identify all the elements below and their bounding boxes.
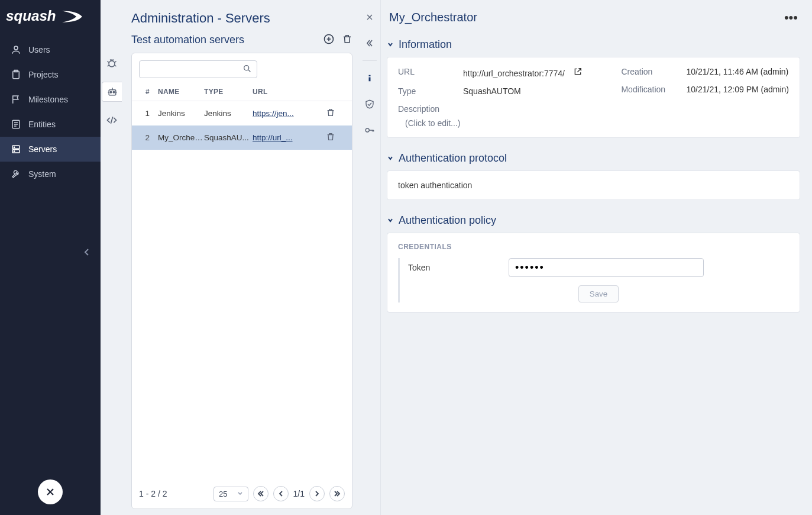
- col-header-name[interactable]: NAME: [158, 88, 204, 96]
- save-button[interactable]: Save: [578, 285, 619, 302]
- vtab-code[interactable]: [102, 110, 122, 130]
- svg-point-7: [14, 151, 15, 152]
- info-type-value: SquashAUTOM: [463, 86, 521, 96]
- token-label: Token: [408, 263, 497, 272]
- wrench-icon: [11, 169, 21, 179]
- detail-title: My_Orchestrator: [389, 11, 477, 24]
- external-link-icon[interactable]: [573, 67, 583, 76]
- info-url-label: URL: [398, 67, 463, 78]
- pagination-range: 1 - 2 / 2: [139, 489, 167, 498]
- svg-rect-15: [368, 75, 370, 76]
- token-input[interactable]: [509, 258, 704, 277]
- prev-page-button[interactable]: [273, 486, 289, 501]
- sidebar-item-system[interactable]: System: [0, 162, 101, 186]
- collapse-sidebar-button[interactable]: [0, 242, 101, 264]
- sidebar-item-entities[interactable]: Entities: [0, 112, 101, 137]
- info-creation-value: 10/21/21, 11:46 AM (admin): [686, 67, 788, 76]
- sidebar-item-label: Projects: [28, 70, 59, 79]
- section-toggle-auth-proto[interactable]: Authentication protocol: [387, 152, 800, 165]
- sidebar-item-label: Users: [28, 45, 50, 54]
- svg-point-10: [110, 92, 112, 94]
- detail-tab-info[interactable]: [360, 68, 380, 88]
- row-url-link[interactable]: http://url_...: [253, 133, 293, 142]
- row-num: 2: [139, 133, 158, 142]
- delete-server-button[interactable]: [342, 33, 352, 47]
- sidebar-item-label: Servers: [28, 144, 57, 154]
- chevron-down-icon: [387, 38, 394, 51]
- detail-tab-shield[interactable]: [360, 94, 380, 114]
- page-size-select[interactable]: 25: [213, 487, 248, 501]
- next-page-button[interactable]: [309, 486, 325, 501]
- clipboard-icon: [11, 69, 21, 80]
- svg-text:squash: squash: [6, 8, 56, 24]
- row-delete-button[interactable]: [326, 131, 345, 144]
- row-type: SquashAU...: [204, 133, 253, 142]
- close-admin-button[interactable]: [38, 479, 63, 504]
- chevron-down-icon: [237, 490, 243, 498]
- vtab-robot[interactable]: [102, 82, 122, 102]
- info-type-label: Type: [398, 86, 463, 96]
- svg-point-13: [244, 65, 249, 70]
- sidebar-item-milestones[interactable]: Milestones: [0, 87, 101, 112]
- search-icon: [242, 64, 252, 75]
- list-icon: [11, 119, 21, 130]
- page-title: Administration - Servers: [131, 11, 352, 26]
- flag-icon: [11, 94, 21, 105]
- col-header-type[interactable]: TYPE: [204, 88, 253, 96]
- sidebar-item-projects[interactable]: Projects: [0, 62, 101, 87]
- page-subtitle: Test automation servers: [131, 34, 244, 46]
- section-toggle-info[interactable]: Information: [387, 38, 800, 51]
- info-desc-edit[interactable]: (Click to edit...): [398, 118, 597, 128]
- info-desc-label: Description: [398, 104, 463, 114]
- sidebar-item-label: System: [28, 169, 56, 179]
- sidebar-item-servers[interactable]: Servers: [0, 137, 101, 162]
- chevron-down-icon: [387, 152, 394, 165]
- logo: squash: [0, 0, 101, 37]
- server-icon: [11, 144, 21, 154]
- last-page-button[interactable]: [329, 486, 345, 501]
- chevron-down-icon: [387, 214, 394, 227]
- close-detail-button[interactable]: [360, 7, 380, 27]
- more-actions-button[interactable]: •••: [784, 15, 798, 21]
- collapse-detail-button[interactable]: [360, 33, 380, 53]
- sidebar-item-users[interactable]: Users: [0, 37, 101, 62]
- server-type-tabs: [101, 0, 123, 515]
- page-info: 1/1: [293, 489, 305, 498]
- row-url-link[interactable]: https://jen...: [253, 109, 294, 118]
- sidebar: squash Users Projects Milestones Entitie…: [0, 0, 101, 515]
- svg-point-11: [113, 92, 115, 94]
- credentials-label: CREDENTIALS: [398, 243, 789, 251]
- search-input[interactable]: [139, 60, 257, 78]
- auth-protocol-value[interactable]: token authentication: [398, 181, 789, 190]
- sidebar-item-label: Entities: [28, 120, 56, 129]
- col-header-num[interactable]: #: [139, 88, 158, 96]
- table-header: # NAME TYPE URL: [132, 82, 352, 101]
- row-name: My_Orches...: [158, 133, 204, 142]
- svg-point-8: [109, 61, 115, 67]
- info-modification-value: 10/21/21, 12:09 PM (admin): [686, 85, 789, 94]
- row-type: Jenkins: [204, 109, 253, 118]
- info-creation-label: Creation: [621, 67, 686, 76]
- vtab-bug[interactable]: [102, 53, 122, 73]
- info-modification-label: Modification: [621, 85, 686, 94]
- first-page-button[interactable]: [253, 486, 268, 501]
- svg-rect-14: [368, 78, 370, 82]
- search-field[interactable]: [144, 65, 227, 74]
- info-url-value[interactable]: http://url_orchestrator:7774/: [463, 69, 565, 78]
- svg-point-6: [14, 147, 15, 148]
- add-server-button[interactable]: [323, 33, 335, 47]
- col-header-url[interactable]: URL: [253, 88, 326, 96]
- section-toggle-auth-policy[interactable]: Authentication policy: [387, 214, 800, 227]
- row-name: Jenkins: [158, 109, 204, 118]
- sidebar-item-label: Milestones: [28, 95, 68, 104]
- user-icon: [11, 44, 21, 55]
- svg-point-16: [365, 128, 369, 132]
- svg-point-1: [14, 46, 18, 50]
- table-row[interactable]: 2 My_Orches... SquashAU... http://url_..…: [132, 125, 352, 150]
- row-delete-button[interactable]: [326, 107, 345, 120]
- detail-tab-key[interactable]: [360, 120, 380, 140]
- row-num: 1: [139, 109, 158, 118]
- table-row[interactable]: 1 Jenkins Jenkins https://jen...: [132, 101, 352, 125]
